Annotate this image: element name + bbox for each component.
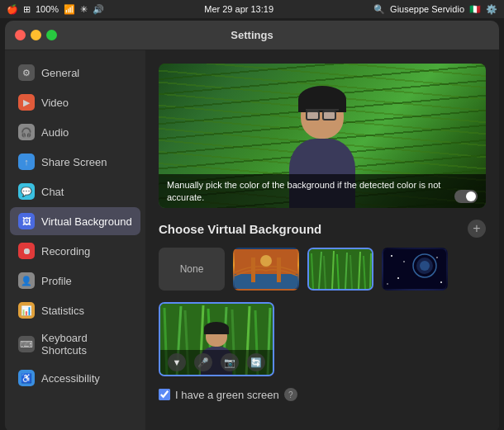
recording-icon: ⏺	[18, 243, 35, 259]
sidebar-item-accessibility[interactable]: ♿ Accessibility	[10, 364, 140, 392]
sidebar-label-keyboard-shortcuts: Keyboard Shortcuts	[41, 332, 132, 357]
flag-icon: 🇮🇹	[469, 4, 481, 15]
settings-window: Settings ⚙ General ▶ Video 🎧 Audio ↑ Sha…	[5, 21, 499, 430]
audio-icon: 🎧	[18, 124, 35, 140]
topbar-center: Mer 29 apr 13:19	[204, 4, 273, 14]
microphone-icon[interactable]: 🎤	[194, 353, 212, 371]
profile-icon: 👤	[18, 272, 35, 289]
minimize-button[interactable]	[31, 30, 41, 40]
chevron-down-icon[interactable]: ▼	[168, 353, 186, 371]
sidebar-label-virtual-background: Virtual Background	[41, 215, 132, 228]
color-pick-toggle[interactable]	[454, 190, 478, 203]
statistics-icon: 📊	[18, 302, 35, 319]
sidebar-label-general: General	[41, 67, 79, 79]
preview-caption-bar: Manually pick the color of the backgroun…	[159, 174, 486, 208]
video-icon: ▶	[18, 94, 35, 111]
sidebar-label-statistics: Statistics	[41, 305, 84, 317]
sidebar-item-video[interactable]: ▶ Video	[10, 88, 140, 116]
virtual-background-icon: 🖼	[18, 213, 35, 229]
macos-topbar: 🍎 ⊞ 100% 📶 ✳ 🔊 Mer 29 apr 13:19 🔍 Giusep…	[0, 0, 504, 18]
mini-head	[206, 325, 227, 347]
user-name: Giuseppe Servidio	[390, 4, 464, 14]
svg-rect-1	[235, 274, 297, 289]
preview-controls-bar: ▼ 🎤 📷 🔄	[160, 350, 273, 375]
sidebar-item-chat[interactable]: 💬 Chat	[10, 177, 140, 206]
sidebar-item-virtual-background[interactable]: 🖼 Virtual Background	[10, 207, 140, 235]
sidebar-item-audio[interactable]: 🎧 Audio	[10, 118, 140, 146]
sidebar-label-accessibility: Accessibility	[41, 372, 100, 385]
wifi-icon: 📶	[64, 4, 75, 15]
apple-icon: 🍎	[7, 4, 18, 15]
space-img	[383, 249, 446, 289]
main-content: Manually pick the color of the backgroun…	[145, 50, 499, 430]
topbar-left: 🍎 ⊞ 100% 📶 ✳ 🔊	[7, 4, 104, 15]
sidebar-item-share-screen[interactable]: ↑ Share Screen	[10, 148, 140, 176]
sidebar-item-recording[interactable]: ⏺ Recording	[10, 237, 140, 265]
sidebar-label-recording: Recording	[41, 245, 90, 258]
title-bar: Settings	[5, 21, 499, 50]
svg-point-23	[436, 257, 438, 258]
sidebar-item-general[interactable]: ⚙ General	[10, 59, 140, 87]
camera-icon[interactable]: 📷	[221, 353, 239, 371]
sidebar-label-audio: Audio	[41, 126, 69, 139]
green-screen-row: I have a green screen ?	[159, 388, 486, 401]
person-glasses	[306, 109, 339, 119]
svg-point-20	[391, 255, 392, 257]
volume-icon: 🔊	[93, 4, 104, 15]
window-body: ⚙ General ▶ Video 🎧 Audio ↑ Share Screen…	[5, 50, 499, 430]
glasses-right	[322, 111, 336, 120]
search-topbar-icon: 🔍	[373, 4, 385, 15]
sidebar: ⚙ General ▶ Video 🎧 Audio ↑ Share Screen…	[5, 50, 145, 430]
sidebar-item-profile[interactable]: 👤 Profile	[10, 267, 140, 295]
caption-text: Manually pick the color of the backgroun…	[167, 179, 448, 203]
sidebar-label-share-screen: Share Screen	[41, 156, 107, 168]
bg-option-golden-gate[interactable]	[233, 248, 299, 291]
battery-percent: 100%	[36, 4, 59, 14]
sidebar-label-chat: Chat	[41, 186, 64, 198]
selected-bg-preview-row: ▼ 🎤 📷 🔄	[159, 302, 486, 376]
gear-topbar-icon: ⚙️	[486, 4, 497, 15]
add-background-button[interactable]: +	[468, 220, 486, 238]
topbar-right: 🔍 Giuseppe Servidio 🇮🇹 ⚙️	[373, 4, 497, 15]
section-header: Choose Virtual Background +	[159, 220, 486, 238]
sidebar-item-keyboard-shortcuts[interactable]: ⌨ Keyboard Shortcuts	[10, 326, 140, 362]
svg-line-15	[370, 253, 371, 289]
chat-icon: 💬	[18, 183, 35, 200]
svg-point-21	[403, 261, 405, 262]
none-label: None	[180, 263, 204, 275]
refresh-icon[interactable]: 🔄	[247, 353, 265, 371]
svg-point-4	[260, 255, 272, 267]
mini-hair	[204, 322, 229, 334]
golden-gate-img	[235, 249, 297, 289]
sidebar-label-video: Video	[41, 97, 69, 109]
glasses-left	[306, 111, 320, 120]
green-screen-label[interactable]: I have a green screen	[175, 389, 279, 401]
selected-bg-large-preview: ▼ 🎤 📷 🔄	[159, 302, 274, 376]
svg-rect-16	[383, 249, 446, 289]
window-controls	[15, 30, 57, 40]
bluetooth-icon: ✳	[80, 4, 88, 15]
section-title: Choose Virtual Background	[159, 222, 321, 236]
grid-icon: ⊞	[23, 4, 31, 15]
person-head	[301, 92, 344, 139]
toggle-knob	[466, 191, 476, 201]
bg-option-space[interactable]	[382, 248, 448, 291]
bg-option-grass[interactable]	[307, 248, 373, 291]
share-screen-icon: ↑	[18, 154, 35, 170]
general-icon: ⚙	[18, 64, 35, 81]
maximize-button[interactable]	[46, 30, 57, 40]
svg-rect-5	[309, 249, 372, 289]
sidebar-item-statistics[interactable]: 📊 Statistics	[10, 296, 140, 324]
close-button[interactable]	[15, 30, 26, 40]
bg-option-none[interactable]: None	[159, 248, 225, 291]
keyboard-icon: ⌨	[18, 336, 35, 352]
grass-img	[309, 249, 372, 289]
datetime: Mer 29 apr 13:19	[204, 4, 273, 14]
sidebar-label-profile: Profile	[41, 275, 72, 287]
svg-point-25	[387, 283, 388, 284]
accessibility-icon: ♿	[18, 370, 35, 386]
background-options: None	[159, 248, 486, 291]
green-screen-checkbox[interactable]	[159, 389, 170, 400]
info-icon[interactable]: ?	[284, 388, 297, 401]
virtual-bg-preview: Manually pick the color of the backgroun…	[159, 64, 486, 208]
